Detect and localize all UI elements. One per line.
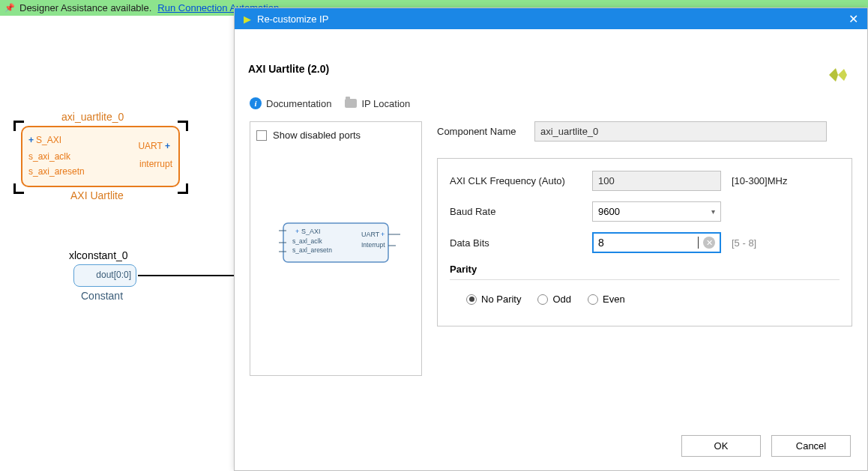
recustomize-ip-dialog: ▶ Re-customize IP ✕ AXI Uartlite (2.0) i…: [234, 7, 868, 471]
port-s-axi[interactable]: +S_AXI: [28, 135, 61, 145]
parameters-panel: Component Name AXI CLK Frequency (Auto) …: [437, 121, 852, 376]
axi-clk-label: AXI CLK Frequency (Auto): [450, 175, 592, 186]
axi-clk-hint: [10-300]MHz: [732, 175, 787, 186]
toolbar: i Documentation IP Location: [235, 84, 867, 109]
parity-label: Parity: [450, 264, 840, 275]
ip-block-uartlite[interactable]: +S_AXI s_axi_aclk s_axi_aresetn UART + i…: [21, 126, 180, 187]
baud-rate-label: Baud Rate: [450, 206, 592, 217]
plus-icon: +: [28, 135, 34, 145]
data-bits-hint: [5 - 8]: [732, 237, 756, 249]
port-interrupt[interactable]: interrupt: [139, 159, 172, 169]
parity-even-radio[interactable]: Even: [588, 294, 625, 305]
cancel-button[interactable]: Cancel: [771, 435, 851, 457]
dialog-title: Re-customize IP: [257, 13, 849, 25]
ip-preview: + S_AXI s_axl_aclk s_axl_aresetn UART + …: [256, 216, 414, 276]
clear-icon[interactable]: ✕: [703, 237, 715, 249]
ip-headline: AXI Uartlite (2.0): [235, 29, 867, 84]
port-uart[interactable]: UART +: [138, 141, 172, 151]
divider: [450, 279, 840, 280]
close-icon[interactable]: ✕: [849, 12, 858, 26]
svg-text:+: +: [295, 228, 299, 235]
wire[interactable]: [138, 275, 234, 276]
info-icon: i: [250, 97, 262, 109]
parity-none-radio[interactable]: No Parity: [466, 294, 521, 305]
data-bits-input[interactable]: 8 ✕: [592, 232, 721, 253]
pin-icon: 📌: [4, 3, 15, 13]
constant-title: xlconstant_0: [69, 249, 128, 261]
selection-corner: [13, 183, 24, 194]
selection-corner: [178, 121, 188, 131]
svg-text:Interrupt: Interrupt: [361, 241, 385, 249]
port-aresetn[interactable]: s_axi_aresetn: [28, 166, 85, 177]
preview-panel: Show disabled ports + S_AXI s_axl_aclk s…: [250, 121, 422, 376]
svg-text:+: +: [381, 231, 385, 238]
plus-icon: +: [165, 141, 170, 151]
title-bar[interactable]: ▶ Re-customize IP ✕: [235, 8, 867, 29]
svg-text:S_AXI: S_AXI: [301, 228, 321, 235]
svg-text:UART: UART: [361, 231, 380, 238]
banner-text: Designer Assistance available.: [19, 2, 151, 13]
show-disabled-ports-checkbox[interactable]: Show disabled ports: [256, 130, 415, 141]
ip-location-button[interactable]: IP Location: [345, 98, 410, 109]
vivado-icon: ▶: [244, 13, 251, 25]
config-group: AXI CLK Frequency (Auto) [10-300]MHz Bau…: [437, 158, 852, 326]
radio-icon: [537, 294, 548, 305]
checkbox-icon: [256, 130, 267, 141]
selection-corner: [13, 121, 24, 131]
documentation-button[interactable]: i Documentation: [250, 97, 331, 109]
svg-text:s_axl_aclk: s_axl_aclk: [292, 237, 322, 245]
constant-caption: Constant: [81, 290, 123, 302]
ip-block-constant[interactable]: dout[0:0]: [73, 264, 136, 287]
component-name-input[interactable]: [534, 121, 827, 142]
baud-rate-select[interactable]: 9600 ▾: [592, 201, 721, 222]
radio-icon: [466, 294, 477, 305]
xilinx-icon: [827, 64, 849, 85]
axi-clk-input[interactable]: [592, 171, 721, 191]
data-bits-label: Data Bits: [450, 237, 592, 249]
svg-text:s_axl_aresetn: s_axl_aresetn: [292, 246, 332, 254]
component-name-label: Component Name: [437, 126, 534, 137]
selection-corner: [178, 183, 188, 194]
folder-icon: [345, 99, 357, 108]
port-dout[interactable]: dout[0:0]: [96, 270, 131, 280]
radio-icon: [588, 294, 598, 305]
uartlite-title: axi_uartlite_0: [61, 111, 124, 123]
uartlite-caption: AXI Uartlite: [70, 189, 124, 201]
ok-button[interactable]: OK: [681, 435, 761, 457]
chevron-down-icon: ▾: [711, 207, 715, 216]
parity-odd-radio[interactable]: Odd: [537, 294, 571, 305]
port-aclk[interactable]: s_axi_aclk: [28, 151, 70, 162]
